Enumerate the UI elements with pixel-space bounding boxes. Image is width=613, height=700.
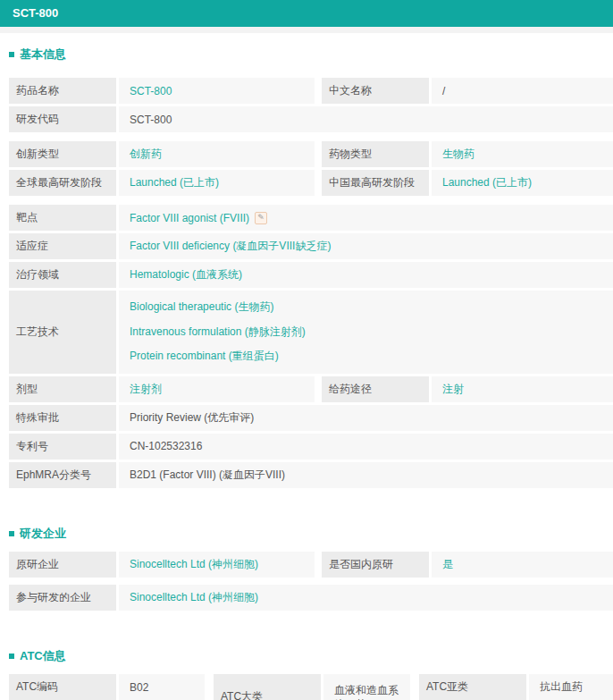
section-bullet-icon bbox=[9, 531, 14, 536]
participant-company-link[interactable]: Sinocelltech Ltd (神州细胞) bbox=[130, 590, 258, 605]
field-label: 中文名称 bbox=[322, 78, 429, 104]
ephmra-code-value: B2D1 (Factor VIII) (凝血因子VIII) bbox=[130, 468, 285, 483]
atc-code-value: B02 bbox=[130, 681, 148, 694]
chinese-name-value: / bbox=[442, 85, 445, 97]
field-label: 研发代码 bbox=[9, 106, 116, 132]
page-title: SCT-800 bbox=[13, 6, 58, 20]
table-row-participants: 参与研发的企业 Sinocelltech Ltd (神州细胞) bbox=[9, 585, 613, 611]
innovation-type-link[interactable]: 创新药 bbox=[130, 147, 162, 162]
field-label: 工艺技术 bbox=[9, 291, 116, 374]
field-value: Factor VIII agonist (FVIII) ✎ bbox=[119, 205, 613, 231]
edit-icon[interactable]: ✎ bbox=[255, 212, 267, 224]
section-title-basic: 基本信息 bbox=[9, 46, 613, 63]
field-value: 抗出血药 bbox=[529, 674, 613, 700]
table-row-drug-name: 药品名称 SCT-800 中文名称 / bbox=[9, 78, 613, 104]
domestic-origin-link[interactable]: 是 bbox=[442, 557, 453, 572]
table-row-target: 靶点 Factor VIII agonist (FVIII) ✎ bbox=[9, 205, 613, 231]
field-label: 特殊审批 bbox=[9, 405, 116, 431]
dev-code-value: SCT-800 bbox=[130, 114, 172, 126]
field-label: 专利号 bbox=[9, 434, 116, 460]
field-value: 生物药 bbox=[432, 141, 613, 167]
drug-name-link[interactable]: SCT-800 bbox=[130, 85, 172, 97]
table-row-indication: 适应症 Factor VIII deficiency (凝血因子VIII缺乏症) bbox=[9, 233, 613, 259]
section-title-text: 研发企业 bbox=[20, 526, 66, 542]
field-value: 创新药 bbox=[119, 141, 315, 167]
field-label: 治疗领域 bbox=[9, 262, 116, 288]
section-bullet-icon bbox=[9, 654, 14, 659]
field-value: Sinocelltech Ltd (神州细胞) bbox=[119, 585, 613, 611]
section-title-text: ATC信息 bbox=[20, 648, 66, 664]
field-label: EphMRA分类号 bbox=[9, 462, 116, 488]
table-row-technology: 工艺技术 Biological therapeutic (生物药) Intrav… bbox=[9, 291, 613, 374]
table-row-dev-code: 研发代码 SCT-800 bbox=[9, 106, 613, 132]
field-value: Launched (已上市) bbox=[432, 170, 613, 196]
drug-type-link[interactable]: 生物药 bbox=[442, 147, 474, 162]
global-stage-link[interactable]: Launched (已上市) bbox=[130, 175, 219, 190]
admin-route-link[interactable]: 注射 bbox=[442, 382, 464, 397]
field-label: 全球最高研发阶段 bbox=[9, 170, 116, 196]
special-review-value: Priority Review (优先审评) bbox=[130, 410, 254, 426]
page-header: SCT-800 bbox=[0, 0, 613, 27]
field-value: Biological therapeutic (生物药) Intravenous… bbox=[119, 291, 613, 374]
field-value: B02 bbox=[119, 674, 205, 700]
section-title-text: 基本信息 bbox=[20, 46, 66, 63]
indication-link[interactable]: Factor VIII deficiency (凝血因子VIII缺乏症) bbox=[130, 239, 331, 254]
field-label: ATC亚类 bbox=[419, 674, 526, 700]
technology-link[interactable]: Biological therapeutic (生物药) bbox=[130, 300, 273, 313]
table-row-special-review: 特殊审批 Priority Review (优先审评) bbox=[9, 405, 613, 431]
table-row-dosage-form: 剂型 注射剂 给药途径 注射 bbox=[9, 376, 613, 402]
section-bullet-icon bbox=[9, 52, 14, 57]
patent-number-value: CN-102532316 bbox=[130, 440, 202, 452]
table-row-atc: ATC编码 B02 ATC大类 血液和造血系统用药 ATC亚类 抗出血药 bbox=[9, 674, 613, 700]
field-value: Priority Review (优先审评) bbox=[119, 405, 613, 431]
field-value: 注射 bbox=[432, 376, 613, 402]
dosage-form-link[interactable]: 注射剂 bbox=[130, 382, 162, 397]
field-label: 是否国内原研 bbox=[322, 552, 429, 578]
section-title-companies: 研发企业 bbox=[9, 526, 613, 542]
field-label: 给药途径 bbox=[322, 376, 429, 402]
field-value: 注射剂 bbox=[119, 376, 315, 402]
field-label: 参与研发的企业 bbox=[9, 585, 116, 611]
field-label: 创新类型 bbox=[9, 141, 116, 167]
field-value: Factor VIII deficiency (凝血因子VIII缺乏症) bbox=[119, 233, 613, 259]
field-label: 中国最高研发阶段 bbox=[322, 170, 429, 196]
field-value: Sinocelltech Ltd (神州细胞) bbox=[119, 552, 315, 578]
table-row-therapy-area: 治疗领域 Hematologic (血液系统) bbox=[9, 262, 613, 288]
field-value: CN-102532316 bbox=[119, 434, 613, 460]
field-label: 药品名称 bbox=[9, 78, 116, 104]
target-link[interactable]: Factor VIII agonist (FVIII) bbox=[130, 212, 249, 224]
atc-subclass-value: 抗出血药 bbox=[540, 679, 583, 695]
field-value: 是 bbox=[432, 552, 613, 578]
field-value: B2D1 (Factor VIII) (凝血因子VIII) bbox=[119, 462, 613, 488]
table-row-innovation-type: 创新类型 创新药 药物类型 生物药 bbox=[9, 141, 613, 167]
field-value: SCT-800 bbox=[119, 78, 315, 104]
technology-link[interactable]: Protein recombinant (重组蛋白) bbox=[130, 350, 279, 362]
field-label: ATC编码 bbox=[9, 674, 116, 700]
atc-class-value: 血液和造血系统用药 bbox=[334, 683, 406, 700]
field-label: 药物类型 bbox=[322, 141, 429, 167]
technology-link[interactable]: Intravenous formulation (静脉注射剂) bbox=[130, 325, 306, 338]
field-label: ATC大类 bbox=[214, 674, 321, 700]
header-divider bbox=[0, 27, 613, 33]
field-label: 靶点 bbox=[9, 205, 116, 231]
field-label: 剂型 bbox=[9, 376, 116, 402]
china-stage-link[interactable]: Launched (已上市) bbox=[442, 175, 532, 190]
section-title-atc: ATC信息 bbox=[9, 648, 613, 664]
drug-detail-panel: 基本信息 药品名称 SCT-800 中文名称 / 研发代码 SCT-800 创新… bbox=[0, 46, 613, 700]
field-label: 原研企业 bbox=[9, 552, 116, 578]
field-value: 血液和造血系统用药 bbox=[323, 674, 410, 700]
field-value: Launched (已上市) bbox=[119, 170, 315, 196]
table-row-dev-stage: 全球最高研发阶段 Launched (已上市) 中国最高研发阶段 Launche… bbox=[9, 170, 613, 196]
originator-company-link[interactable]: Sinocelltech Ltd (神州细胞) bbox=[130, 557, 258, 572]
table-row-patent: 专利号 CN-102532316 bbox=[9, 434, 613, 460]
field-label: 适应症 bbox=[9, 233, 116, 259]
field-value: Hematologic (血液系统) bbox=[119, 262, 613, 288]
table-row-ephmra: EphMRA分类号 B2D1 (Factor VIII) (凝血因子VIII) bbox=[9, 462, 613, 488]
field-value: / bbox=[432, 78, 613, 104]
field-value: SCT-800 bbox=[119, 106, 613, 132]
table-row-originator: 原研企业 Sinocelltech Ltd (神州细胞) 是否国内原研 是 bbox=[9, 552, 613, 578]
therapy-area-link[interactable]: Hematologic (血液系统) bbox=[130, 267, 242, 283]
